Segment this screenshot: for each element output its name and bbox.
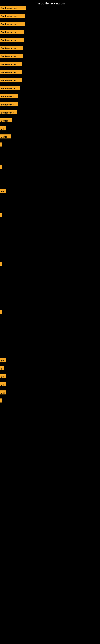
bar-item (0, 262, 2, 266)
site-title: TheBottlenecker.com (0, 0, 100, 6)
bar-label: Bo (0, 382, 6, 386)
vertical-line (1, 142, 2, 166)
bar-item: Bottleneck resu (0, 54, 24, 58)
bar-label: B (0, 366, 3, 370)
bar-label: Bottleneck resu (0, 54, 23, 58)
bar-label: Bottleneck resu (0, 14, 25, 18)
bar-item: Bottle (0, 134, 12, 138)
bar-item: Bottleneck r (0, 110, 18, 114)
bar-item: Bottlen (0, 118, 13, 122)
bar-item: Bottleneck res (0, 70, 23, 74)
bar-item: Bottleneck resu (0, 6, 27, 10)
bar-label: Bottlen (0, 118, 12, 122)
bar-item: Bo (0, 189, 7, 193)
bar-item: Bo (0, 382, 7, 386)
bar-label: Bo (0, 189, 6, 193)
bar-item: Bottleneck resu (0, 46, 24, 50)
vertical-line (1, 212, 2, 236)
bar-item: Bottleneck resu (0, 62, 23, 66)
bar-item: Bo (0, 126, 7, 130)
bar-label: Bottle (0, 134, 11, 138)
bar-label: Bottleneck resu (0, 30, 24, 34)
vertical-line (1, 260, 2, 285)
bar-item (0, 213, 2, 217)
bar-item: Bo (0, 358, 7, 362)
bar-item: B (0, 366, 4, 370)
bar-label: Bottleneck r (0, 94, 18, 98)
bar-item: Bottleneck r (0, 102, 19, 106)
bar-label: Bottleneck res (0, 78, 22, 82)
bar-label: Bottleneck resu (0, 38, 24, 42)
bar-label: Bottleneck r (0, 102, 18, 106)
bar-item: Bottleneck resu (0, 14, 26, 18)
bar-label: Bot (0, 390, 6, 394)
bar-item: Bot (0, 390, 7, 394)
bar-label: Bottleneck r (0, 110, 17, 114)
vertical-line (1, 309, 2, 333)
bar-label: Bo (0, 374, 6, 378)
bar-item: Bottleneck re (0, 86, 21, 90)
bar-item (0, 310, 2, 314)
bar-label: Bottleneck resu (0, 62, 22, 66)
bar-item: Bottleneck resu (0, 38, 25, 42)
bar-label: Bottleneck resu (0, 46, 23, 50)
bar-item: Bottleneck r (0, 94, 19, 98)
bar-label: Bo (0, 358, 6, 362)
bar-item: Bottleneck res (0, 78, 23, 82)
bar-label: Bo (0, 126, 6, 130)
bar-item (0, 398, 3, 402)
bar-item: Bottleneck resu (0, 30, 25, 34)
bar-item: Bo (0, 374, 7, 378)
bar-label: Bottleneck resu (0, 6, 26, 10)
bar-item: Bottleneck resu (0, 22, 26, 26)
bar-label: Bottleneck res (0, 70, 22, 74)
bar-label: Bottleneck re (0, 86, 20, 90)
bar-label: Bottleneck resu (0, 22, 25, 26)
